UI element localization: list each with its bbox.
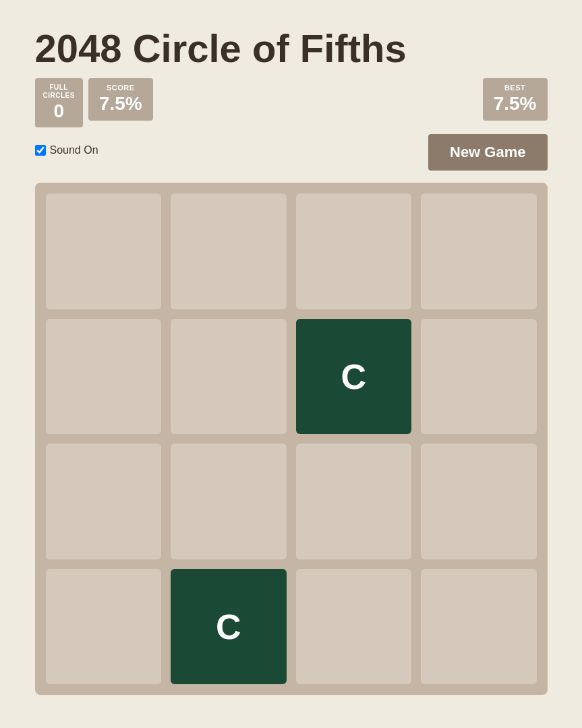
tile — [46, 569, 162, 685]
tile — [171, 444, 287, 559]
new-game-button[interactable]: New Game — [428, 134, 548, 171]
tile — [171, 193, 287, 309]
sound-checkbox[interactable] — [35, 145, 46, 156]
tile — [421, 444, 537, 559]
tile — [296, 569, 412, 685]
tile: C — [171, 569, 287, 685]
tile — [46, 444, 162, 559]
header-row: FULLCIRCLES 0 SCORE 7.5% BEST 7.5% — [35, 78, 548, 128]
tile — [296, 444, 412, 559]
full-circles-label: FULLCIRCLES — [43, 84, 75, 100]
tile: C — [296, 319, 412, 435]
tile — [421, 569, 537, 685]
sound-label: Sound On — [50, 144, 98, 156]
score-box: SCORE 7.5% — [88, 78, 153, 121]
score-label: SCORE — [99, 84, 142, 92]
full-circles-box: FULLCIRCLES 0 — [35, 78, 83, 128]
tile — [171, 319, 287, 435]
sound-row: Sound On — [35, 144, 98, 156]
page-title: 2048 Circle of Fifths — [35, 27, 548, 70]
tile — [421, 193, 537, 309]
full-circles-value: 0 — [43, 100, 75, 123]
tile — [46, 193, 162, 309]
scores-left: FULLCIRCLES 0 SCORE 7.5% — [35, 78, 153, 128]
tile — [296, 193, 412, 309]
game-board: CC — [35, 183, 548, 695]
best-label: BEST — [494, 84, 537, 92]
main-container: 2048 Circle of Fifths FULLCIRCLES 0 SCOR… — [15, 13, 568, 715]
controls-row: Sound On New Game — [35, 134, 548, 171]
tile — [46, 319, 162, 435]
best-value: 7.5% — [494, 92, 537, 115]
score-value: 7.5% — [99, 92, 142, 115]
tile — [421, 319, 537, 435]
best-box: BEST 7.5% — [483, 78, 548, 121]
scores-right: BEST 7.5% — [483, 78, 548, 121]
